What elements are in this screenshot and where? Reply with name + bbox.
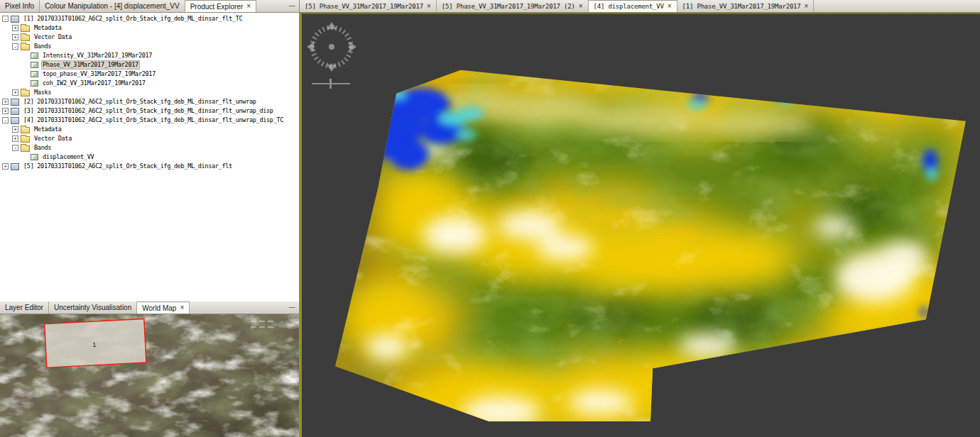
expand-toggle-icon[interactable]: +	[12, 34, 18, 40]
tree-node-label: Phase_VV_31Mar2017_19Mar2017	[41, 60, 140, 70]
tree-indent-spacer	[22, 157, 31, 157]
pan-right-icon[interactable]	[349, 42, 356, 52]
tree-node-band[interactable]: topo_phase_VV_31Mar2017_19Mar2017	[0, 70, 299, 79]
tab-label: Uncertainty Visualisation	[54, 304, 131, 311]
product-explorer-panel: Pixel InfoColour Manipulation - [4] disp…	[0, 0, 300, 302]
navigation-compass[interactable]	[305, 18, 363, 91]
collapse-toggle-icon[interactable]: -	[12, 145, 18, 151]
viewer-tab[interactable]: [5] Phase_VV_31Mar2017_19Mar2017 (2)×	[437, 0, 589, 12]
explorer-tab[interactable]: Colour Manipulation - [4] displacement_V…	[40, 0, 185, 12]
band-icon	[31, 52, 38, 59]
tab-label: Layer Editor	[5, 304, 43, 311]
tree-node-folder[interactable]: +Metadata	[0, 23, 299, 33]
tree-node-label: [4] 20170331T01062_A6C2_split_Orb_Stack_…	[22, 116, 285, 125]
tree-node-label: Metadata	[33, 23, 63, 33]
tree-node-folder[interactable]: +Vector Data	[0, 134, 299, 143]
tree-node-product[interactable]: +[5] 20170331T01062_A6C2_split_Orb_Stack…	[0, 162, 299, 171]
explorer-tab[interactable]: Product Explorer×	[185, 0, 256, 12]
tab-close-icon[interactable]: ×	[427, 3, 431, 10]
world-map-tab[interactable]: World Map×	[137, 302, 190, 314]
expand-toggle-icon[interactable]: +	[12, 135, 18, 142]
band-icon	[31, 80, 38, 87]
explorer-tabbar: Pixel InfoColour Manipulation - [4] disp…	[0, 0, 299, 13]
tree-node-folder[interactable]: -Bands	[0, 143, 299, 153]
tree-node-label: coh_IW2_VV_31Mar2017_19Mar2017	[41, 79, 147, 88]
collapse-toggle-icon[interactable]: -	[2, 16, 9, 22]
folder-icon	[21, 127, 30, 133]
band-icon	[31, 62, 38, 68]
image-view-canvas[interactable]	[300, 13, 980, 437]
world-map-tab[interactable]: Uncertainty Visualisation	[49, 302, 137, 314]
world-map-panel: Layer EditorUncertainty VisualisationWor…	[0, 302, 300, 437]
tab-label: Pixel Info	[5, 2, 34, 10]
tree-node-folder[interactable]: -Bands	[0, 42, 299, 51]
tree-node-label: [5] 20170331T01062_A6C2_split_Orb_Stack_…	[22, 162, 234, 171]
folder-icon	[21, 136, 30, 143]
viewer-tab[interactable]: [5] Phase_VV_31Mar2017_19Mar2017×	[300, 0, 437, 12]
expand-toggle-icon[interactable]: +	[2, 108, 9, 114]
expand-toggle-icon[interactable]: +	[12, 126, 18, 133]
expand-toggle-icon[interactable]: +	[2, 163, 9, 170]
tree-indent-spacer	[22, 65, 31, 65]
tab-close-icon[interactable]: ×	[246, 3, 251, 10]
tree-node-product[interactable]: +[3] 20170331T01062_A6C2_split_Orb_Stack…	[0, 106, 299, 116]
product-icon	[11, 163, 19, 170]
tree-node-product[interactable]: -[1] 20170331T01062_A6C2_split_Orb_Stack…	[0, 14, 299, 23]
tab-label: World Map	[142, 304, 176, 312]
tree-node-label: [1] 20170331T01062_A6C2_split_Orb_Stack_…	[22, 14, 244, 23]
tab-close-icon[interactable]: ×	[668, 3, 672, 10]
tree-node-product[interactable]: -[4] 20170331T01062_A6C2_split_Orb_Stack…	[0, 116, 299, 125]
tree-node-band[interactable]: displacement_VV	[0, 153, 299, 162]
application-window: Pixel InfoColour Manipulation - [4] disp…	[0, 0, 980, 437]
tree-node-folder[interactable]: +Metadata	[0, 125, 299, 134]
tree-node-label: [3] 20170331T01062_A6C2_split_Orb_Stack_…	[22, 106, 275, 116]
product-footprint[interactable]: 1	[45, 319, 146, 367]
product-icon	[11, 16, 19, 23]
compass-center-icon[interactable]	[329, 44, 334, 50]
minimize-panel-icon[interactable]: —	[287, 1, 297, 10]
tree-node-label: Vector Data	[33, 134, 73, 143]
viewer-tabbar: [5] Phase_VV_31Mar2017_19Mar2017×[5] Pha…	[300, 0, 980, 13]
tree-node-label: topo_phase_VV_31Mar2017_19Mar2017	[41, 70, 157, 79]
tab-close-icon[interactable]: ×	[579, 3, 583, 10]
tree-node-label: Bands	[33, 143, 53, 153]
tree-node-product[interactable]: +[2] 20170331T01062_A6C2_split_Orb_Stack…	[0, 97, 299, 106]
world-map-tabbar: Layer EditorUncertainty VisualisationWor…	[0, 302, 299, 314]
minimize-panel-icon[interactable]: —	[287, 303, 297, 311]
tree-indent-spacer	[22, 55, 31, 56]
tree-node-band[interactable]: coh_IW2_VV_31Mar2017_19Mar2017	[0, 79, 299, 88]
band-icon	[31, 71, 38, 77]
world-map-tab[interactable]: Layer Editor	[0, 302, 49, 314]
tree-indent-spacer	[22, 83, 31, 84]
zoom-slider-handle[interactable]	[330, 79, 332, 89]
expand-toggle-icon[interactable]: +	[2, 99, 9, 105]
tree-node-label: Vector Data	[33, 33, 73, 42]
tree-node-band[interactable]: Phase_VV_31Mar2017_19Mar2017	[0, 60, 299, 70]
tree-node-label: Intensity_VV_31Mar2017_19Mar2017	[41, 51, 153, 60]
tab-label: [5] Phase_VV_31Mar2017_19Mar2017 (2)	[442, 3, 575, 10]
viewer-tab[interactable]: [1] Phase_VV_31Mar2017_19Mar2017×	[677, 0, 815, 12]
tree-node-folder[interactable]: +Masks	[0, 88, 299, 97]
band-icon	[31, 154, 38, 160]
product-icon	[11, 117, 19, 124]
collapse-toggle-icon[interactable]: -	[2, 117, 9, 123]
world-map-view[interactable]: 1	[0, 314, 299, 437]
tab-label: Colour Manipulation - [4] displacement_V…	[45, 2, 180, 10]
tree-node-label: displacement_VV	[41, 153, 95, 162]
explorer-tab[interactable]: Pixel Info	[0, 0, 40, 12]
tab-label: [1] Phase_VV_31Mar2017_19Mar2017	[682, 3, 801, 10]
tab-close-icon[interactable]: ×	[805, 3, 809, 10]
folder-icon	[21, 90, 30, 96]
tree-node-label: Metadata	[33, 125, 63, 134]
tab-label: [4] displacement_VV	[594, 3, 664, 10]
folder-icon	[21, 145, 30, 152]
product-icon	[11, 99, 19, 106]
collapse-toggle-icon[interactable]: -	[12, 43, 18, 50]
tree-node-band[interactable]: Intensity_VV_31Mar2017_19Mar2017	[0, 51, 299, 60]
tree-node-folder[interactable]: +Vector Data	[0, 33, 299, 42]
expand-toggle-icon[interactable]: +	[12, 89, 18, 96]
tab-close-icon[interactable]: ×	[180, 304, 184, 311]
expand-toggle-icon[interactable]: +	[12, 25, 18, 31]
viewer-tab[interactable]: [4] displacement_VV×	[589, 0, 677, 12]
tree-node-label: Bands	[33, 42, 53, 51]
